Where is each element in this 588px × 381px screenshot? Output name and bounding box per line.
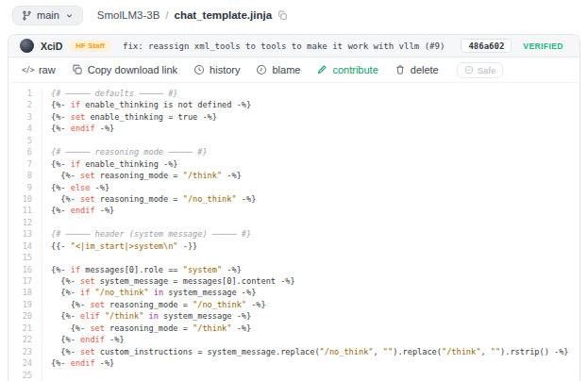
code-line: 7{%- if enable_thinking -%} <box>8 158 580 170</box>
line-number[interactable]: 2 <box>8 99 42 110</box>
line-number[interactable]: 18 <box>8 287 42 298</box>
code-line: 20 {%- elif "/think" in system_message -… <box>8 310 580 322</box>
commit-author-link[interactable]: XciD <box>41 41 62 52</box>
breadcrumb: SmolLM3-3B / chat_template.jinja <box>97 9 288 21</box>
history-button[interactable]: history <box>193 64 240 75</box>
line-number[interactable]: 21 <box>8 323 42 334</box>
safe-scan-badge[interactable]: Safe <box>457 62 504 78</box>
blame-button[interactable]: blame <box>256 64 300 75</box>
line-number[interactable]: 10 <box>8 193 42 205</box>
code-line-content: {# ───── header (system message) ───── #… <box>42 228 251 240</box>
code-line-content: {%- set system_message = messages[0].con… <box>42 275 295 287</box>
code-line: 14{{- "<|im_start|>system\n" -}} <box>8 240 580 252</box>
contribute-label: contribute <box>332 64 378 75</box>
line-number[interactable]: 1 <box>8 88 42 99</box>
line-number[interactable]: 6 <box>8 146 42 157</box>
line-number[interactable]: 14 <box>8 240 42 252</box>
code-line: 1{# ───── defaults ───── #} <box>8 88 580 99</box>
raw-button[interactable]: </> raw <box>22 64 56 75</box>
copy-icon <box>72 64 83 75</box>
file-toolbar: </> raw Copy download link history blame <box>8 58 580 83</box>
code-line: 5 <box>8 135 580 146</box>
code-line: 2{%- if enable_thinking is not defined -… <box>8 99 580 110</box>
line-number[interactable]: 16 <box>8 264 42 275</box>
code-line-content: {%- set enable_thinking = true -%} <box>42 111 217 123</box>
last-commit-bar: XciD HF Staff fix: reassign xml_tools to… <box>8 35 580 58</box>
code-line: 24{%- endif -%} <box>8 357 580 369</box>
code-line: 18 {%- if "/no_think" in system_message … <box>8 287 580 298</box>
code-line-content: {%- if "/no_think" in system_message -%} <box>42 287 256 298</box>
commit-hash-link[interactable]: 486a602 <box>461 39 512 53</box>
line-number[interactable]: 22 <box>8 334 42 345</box>
code-line-content: {%- endif -%} <box>42 334 125 345</box>
code-line: 3{%- set enable_thinking = true -%} <box>8 111 580 123</box>
copy-path-icon[interactable] <box>277 10 288 21</box>
line-number[interactable]: 12 <box>8 217 42 228</box>
hf-staff-badge: HF Staff <box>69 40 111 52</box>
code-line-content <box>42 217 51 228</box>
blame-label: blame <box>272 64 300 75</box>
history-clock-icon <box>193 64 205 75</box>
breadcrumb-file-name: chat_template.jinja <box>175 9 273 21</box>
code-line-content <box>42 135 51 146</box>
line-number[interactable]: 25 <box>8 370 42 381</box>
line-number[interactable]: 17 <box>8 275 42 287</box>
line-number[interactable]: 24 <box>8 357 42 369</box>
code-line-content: {%- if enable_thinking -%} <box>42 158 178 170</box>
code-viewer: 1{# ───── defaults ───── #}2{%- if enabl… <box>8 83 580 381</box>
line-number[interactable]: 7 <box>8 158 42 170</box>
line-number[interactable]: 5 <box>8 135 42 146</box>
copy-download-label: Copy download link <box>88 64 177 75</box>
pencil-icon <box>316 64 328 75</box>
delete-button[interactable]: delete <box>395 64 439 75</box>
copy-download-link-button[interactable]: Copy download link <box>72 64 177 75</box>
line-number[interactable]: 8 <box>8 170 42 181</box>
code-line-content: {%- if enable_thinking is not defined -%… <box>42 99 251 110</box>
code-line: 8 {%- set reasoning_mode = "/think" -%} <box>8 170 580 181</box>
commit-message-link[interactable]: fix: reassign xml_tools to tools to make… <box>123 41 445 51</box>
git-branch-icon <box>22 10 32 21</box>
code-line-content: {%- endif -%} <box>42 123 114 134</box>
code-line-content: {# ───── defaults ───── #} <box>42 88 178 99</box>
breadcrumb-separator: / <box>165 9 168 21</box>
code-line: 9{%- else -%} <box>8 182 580 193</box>
code-line-content <box>42 370 51 381</box>
line-number[interactable]: 11 <box>8 205 42 216</box>
code-line-content: {%- endif -%} <box>42 357 114 369</box>
code-line: 23 {%- set custom_instructions = system_… <box>8 346 580 357</box>
code-line: 10 {%- set reasoning_mode = "/no_think" … <box>8 193 580 205</box>
line-number[interactable]: 4 <box>8 123 42 134</box>
code-line-content: {{- "<|im_start|>system\n" -}} <box>42 240 197 252</box>
line-number[interactable]: 9 <box>8 182 42 193</box>
branch-selector[interactable]: main <box>12 6 83 25</box>
line-number[interactable]: 13 <box>8 228 42 240</box>
code-line: 22 {%- endif -%} <box>8 334 580 345</box>
line-number[interactable]: 3 <box>8 111 42 123</box>
file-header-bar: main SmolLM3-3B / chat_template.jinja <box>0 0 588 30</box>
code-line: 6{# ───── reasoning mode ───── #} <box>8 146 580 157</box>
code-line-content: {%- set reasoning_mode = "/think" -%} <box>42 170 242 181</box>
code-line-content: {%- else -%} <box>42 182 109 193</box>
code-line: 4{%- endif -%} <box>8 123 580 134</box>
line-number[interactable]: 15 <box>8 252 42 263</box>
code-line: 21 {%- set reasoning_mode = "/think" -%} <box>8 323 580 334</box>
delete-label: delete <box>411 64 439 75</box>
line-number[interactable]: 23 <box>8 346 42 357</box>
raw-code-icon: </> <box>22 66 34 75</box>
code-line: 17 {%- set system_message = messages[0].… <box>8 275 580 287</box>
code-block: 1{# ───── defaults ───── #}2{%- if enabl… <box>8 88 580 381</box>
trash-icon <box>395 64 406 75</box>
branch-name: main <box>37 9 59 21</box>
line-number[interactable]: 20 <box>8 310 42 322</box>
safe-label: Safe <box>478 65 496 75</box>
contribute-button[interactable]: contribute <box>316 64 378 75</box>
code-line: 19 {%- set reasoning_mode = "/no_think" … <box>8 299 580 310</box>
code-line-content: {%- set custom_instructions = system_mes… <box>42 346 569 357</box>
author-avatar[interactable] <box>20 39 34 53</box>
code-line-content: {%- set reasoning_mode = "/no_think" -%} <box>42 193 256 205</box>
code-line-content: {%- set reasoning_mode = "/think" -%} <box>42 323 251 334</box>
code-line: 13{# ───── header (system message) ─────… <box>8 228 580 240</box>
line-number[interactable]: 19 <box>8 299 42 310</box>
code-line-content: {# ───── reasoning mode ───── #} <box>42 146 208 157</box>
breadcrumb-repo-link[interactable]: SmolLM3-3B <box>97 9 160 21</box>
